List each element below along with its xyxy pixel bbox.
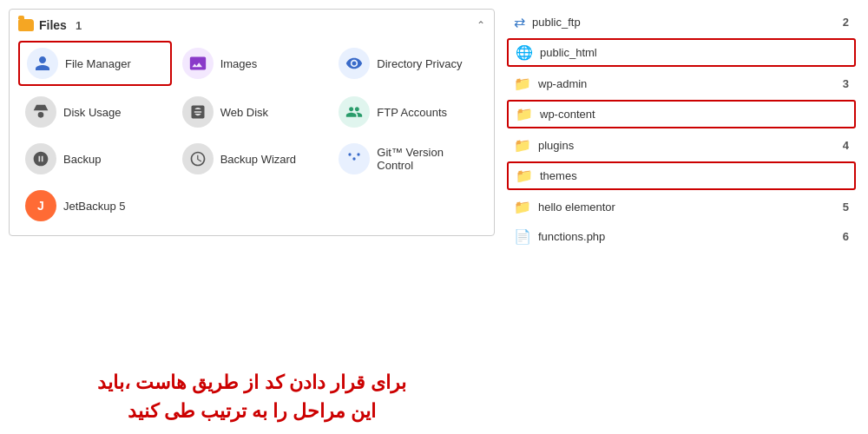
folder-icon-plugins: 📁: [514, 137, 531, 154]
git-label: Git™ Version Control: [377, 146, 478, 172]
ftp-accounts-item[interactable]: FTP Accounts: [332, 91, 485, 133]
file-manager-icon: [27, 48, 58, 79]
row-hello-elementor[interactable]: 📁 hello elementor 5: [507, 194, 856, 220]
files-title: Files: [39, 18, 67, 32]
folder-icon-wp-admin: 📁: [514, 76, 531, 92]
jetbackup-icon: J: [25, 190, 56, 221]
folder-icon: [18, 19, 34, 31]
row-wp-admin[interactable]: 📁 wp-admin 3: [507, 70, 856, 96]
web-disk-label: Web Disk: [220, 106, 268, 119]
row-plugins-name: plugins: [538, 139, 574, 152]
step-1-label: 1: [76, 19, 82, 32]
files-grid: File Manager Images Directory Privacy: [18, 41, 485, 227]
directory-privacy-label: Directory Privacy: [377, 57, 462, 70]
step-5-label: 5: [843, 201, 849, 214]
backup-icon: [25, 143, 56, 174]
file-icon-functions: 📄: [514, 228, 531, 245]
row-functions-php-name: functions.php: [538, 230, 605, 243]
instruction-line1: برای قرار دادن کد از طریق هاست ،باید: [9, 368, 495, 397]
sync-icon: ⇄: [514, 14, 525, 30]
step-2-label: 2: [843, 16, 849, 29]
svg-point-1: [349, 153, 352, 155]
row-hello-elementor-name: hello elementor: [538, 201, 615, 214]
backup-wizard-item[interactable]: Backup Wizard: [175, 138, 329, 180]
directory-privacy-item[interactable]: Directory Privacy: [332, 41, 485, 86]
right-panel: ⇄ public_ftp 2 🌐 public_html 📁 wp-admin …: [503, 9, 859, 425]
svg-point-0: [353, 157, 356, 160]
row-wp-content-name: wp-content: [540, 108, 595, 121]
file-manager-label: File Manager: [65, 57, 131, 70]
files-section: Files 1 ⌃ File Manager Images: [9, 9, 495, 236]
disk-usage-icon: [25, 96, 56, 128]
row-public-html-name: public_html: [540, 46, 597, 59]
row-wp-admin-name: wp-admin: [538, 77, 587, 90]
row-public-html[interactable]: 🌐 public_html: [507, 38, 856, 67]
step-6-label: 6: [843, 230, 849, 243]
ftp-accounts-icon: [339, 96, 370, 128]
disk-usage-label: Disk Usage: [63, 106, 121, 119]
left-bottom: برای قرار دادن کد از طریق هاست ،باید این…: [9, 243, 495, 425]
git-version-control-item[interactable]: Git™ Version Control: [332, 138, 485, 180]
backup-wizard-icon: [182, 143, 214, 174]
images-item[interactable]: Images: [175, 41, 329, 86]
instruction-line2: این مراحل را به ترتیب طی کنید: [9, 397, 495, 425]
images-icon: [182, 48, 214, 79]
backup-label: Backup: [63, 153, 101, 166]
disk-usage-item[interactable]: Disk Usage: [18, 91, 172, 133]
web-disk-icon: [182, 96, 214, 128]
jetbackup-label: JetBackup 5: [63, 200, 126, 213]
instruction-text: برای قرار دادن کد از طریق هاست ،باید این…: [9, 368, 495, 425]
files-header-left: Files 1: [18, 18, 82, 32]
images-label: Images: [220, 57, 258, 70]
folder-icon-hello: 📁: [514, 199, 531, 215]
globe-icon: 🌐: [516, 44, 533, 61]
git-icon: [339, 143, 370, 174]
web-disk-item[interactable]: Web Disk: [175, 91, 329, 133]
backup-wizard-label: Backup Wizard: [220, 153, 296, 166]
row-themes[interactable]: 📁 themes: [507, 161, 856, 190]
row-plugins[interactable]: 📁 plugins 4: [507, 132, 856, 158]
step-3-label: 3: [843, 77, 849, 90]
step-4-label: 4: [843, 139, 849, 152]
files-header: Files 1 ⌃: [18, 18, 485, 32]
svg-point-2: [358, 153, 360, 155]
backup-item[interactable]: Backup: [18, 138, 172, 180]
file-manager-item[interactable]: File Manager: [18, 41, 172, 86]
row-wp-content[interactable]: 📁 wp-content: [507, 100, 856, 128]
jetbackup-item[interactable]: J JetBackup 5: [18, 185, 172, 227]
row-functions-php[interactable]: 📄 functions.php 6: [507, 223, 856, 249]
ftp-accounts-label: FTP Accounts: [377, 106, 447, 119]
directory-privacy-icon: [339, 48, 370, 79]
folder-icon-wp-content: 📁: [516, 106, 533, 122]
folder-icon-themes: 📁: [516, 168, 533, 184]
row-public-ftp-name: public_ftp: [532, 16, 581, 29]
row-themes-name: themes: [540, 169, 577, 182]
row-public-ftp[interactable]: ⇄ public_ftp 2: [507, 9, 856, 35]
collapse-icon[interactable]: ⌃: [477, 19, 485, 31]
